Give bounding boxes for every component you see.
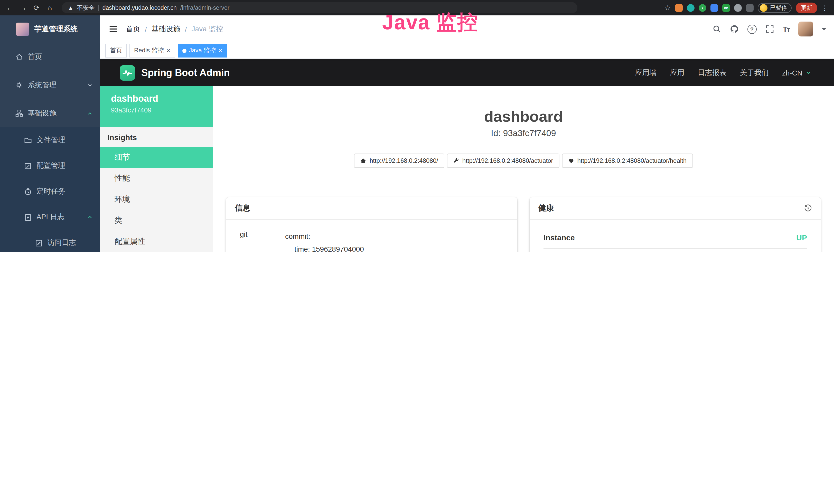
pulse-icon: [122, 67, 133, 78]
browser-update-button[interactable]: 更新: [796, 2, 817, 13]
document-edit-icon: [35, 239, 43, 247]
breadcrumb-separator: /: [185, 25, 187, 33]
security-warning-icon: ▲: [68, 5, 73, 11]
document-icon: [24, 213, 32, 221]
instance-header[interactable]: dashboard 93a3fc7f7409: [100, 86, 213, 127]
sba-navbar: Spring Boot Admin 应用墙 应用 日志报表 关于我们 zh-CN: [100, 59, 834, 86]
page-title: dashboard: [213, 107, 834, 126]
health-url-button[interactable]: http://192.168.0.2:48080/actuator/health: [562, 154, 693, 168]
git-label: git: [240, 230, 285, 252]
history-icon[interactable]: [804, 204, 812, 212]
chevron-down-icon: [805, 69, 812, 76]
screen: ← → ⟳ ⌂ ▲ 不安全 dashboard.yudao.iocoder.cn…: [0, 0, 834, 252]
actuator-url-button[interactable]: http://192.168.0.2:48080/actuator: [447, 154, 559, 168]
sidebar-item-access-logs[interactable]: 访问日志: [0, 230, 100, 252]
sidebar-item-config-mgmt[interactable]: 配置管理: [0, 153, 100, 179]
git-time-line: time: 1596289704000: [285, 243, 364, 252]
chevron-up-icon: [87, 110, 93, 116]
sba-nav-wallboard[interactable]: 应用墙: [635, 68, 657, 77]
extension-icon[interactable]: [687, 4, 695, 12]
extension-icon[interactable]: on: [722, 4, 730, 12]
header-actions: ? TT: [712, 22, 826, 37]
bookmark-star-icon[interactable]: ☆: [664, 4, 671, 12]
sba-item-classes[interactable]: 类: [100, 210, 213, 231]
help-icon[interactable]: ?: [747, 24, 756, 33]
browser-reload-icon[interactable]: ⟳: [31, 2, 42, 13]
app-title: 芋道管理系统: [35, 24, 78, 33]
browser-back-icon[interactable]: ←: [4, 2, 16, 13]
tab-home[interactable]: 首页: [105, 44, 127, 58]
breadcrumb-home[interactable]: 首页: [126, 24, 140, 33]
app-logo: [16, 22, 29, 36]
search-icon[interactable]: [712, 25, 721, 33]
app-sidebar: 芋道管理系统 首页 系统管理 基础设施: [0, 16, 100, 252]
browser-menu-icon[interactable]: ⋮: [821, 4, 829, 12]
instance-id: 93a3fc7f7409: [111, 106, 213, 114]
chevron-down-icon: [87, 82, 93, 88]
service-url-button[interactable]: http://192.168.0.2:48080/: [354, 154, 444, 168]
extension-icon[interactable]: Y: [699, 4, 706, 12]
avatar-caret-icon[interactable]: [822, 28, 826, 32]
sba-item-metrics[interactable]: 性能: [100, 168, 213, 189]
cards-grid: 信息 git commit: time: 1596289704000 id: 2…: [213, 197, 834, 252]
sidebar-item-home[interactable]: 首页: [0, 43, 100, 71]
home-icon: [16, 53, 23, 61]
insights-group-label: Insights: [100, 127, 213, 147]
sidebar-item-system-mgmt[interactable]: 系统管理: [0, 71, 100, 99]
sba-nav: 应用墙 应用 日志报表 关于我们 zh-CN: [635, 68, 812, 77]
sba-item-config-props[interactable]: 配置属性: [100, 231, 213, 252]
profile-avatar-emoji: [760, 4, 767, 12]
breadcrumb-current: Java 监控: [192, 24, 223, 33]
tags-bar: 首页 Redis 监控 × Java 监控 ×: [100, 43, 834, 59]
sba-nav-applications[interactable]: 应用: [670, 68, 684, 77]
active-tab-dot: [182, 48, 186, 53]
sidebar-item-api-logs[interactable]: API 日志: [0, 204, 100, 230]
sidebar-item-scheduled-jobs[interactable]: 定时任务: [0, 179, 100, 204]
sba-content: dashboard Id: 93a3fc7f7409 http://192.16…: [213, 86, 834, 252]
sba-brand-title[interactable]: Spring Boot Admin: [141, 67, 230, 78]
browser-forward-icon[interactable]: →: [18, 2, 29, 13]
tab-close-icon[interactable]: ×: [219, 47, 222, 54]
menu-item-label: 系统管理: [28, 81, 57, 90]
service-url-label: http://192.168.0.2:48080/: [370, 157, 438, 164]
sba-nav-about[interactable]: 关于我们: [740, 68, 769, 77]
health-card-title: 健康: [539, 203, 554, 213]
timer-icon: [24, 188, 32, 196]
git-commit-line: commit:: [285, 230, 364, 243]
status-badge: UP: [796, 233, 807, 242]
tab-close-icon[interactable]: ×: [167, 47, 170, 54]
health-card: 健康 Instance UP: [530, 197, 821, 252]
extension-icon[interactable]: [675, 4, 683, 12]
github-icon[interactable]: [730, 25, 739, 33]
git-row: git commit: time: 1596289704000 id: 27aa…: [240, 230, 503, 252]
sidebar-item-infrastructure[interactable]: 基础设施: [0, 99, 100, 127]
extension-icon[interactable]: [746, 4, 753, 12]
sba-nav-journal[interactable]: 日志报表: [698, 68, 727, 77]
tab-redis-monitor[interactable]: Redis 监控 ×: [129, 44, 175, 58]
address-bar[interactable]: ▲ 不安全 dashboard.yudao.iocoder.cn/infra/a…: [62, 2, 577, 13]
sba-locale-select[interactable]: zh-CN: [782, 69, 812, 77]
browser-home-icon[interactable]: ⌂: [44, 2, 56, 13]
font-size-icon[interactable]: TT: [783, 25, 790, 33]
user-avatar[interactable]: [798, 22, 813, 37]
infrastructure-submenu: 文件管理 配置管理 定时任务 API 日志: [0, 127, 100, 252]
menu-item-label: 文件管理: [37, 136, 65, 145]
sba-logo[interactable]: [120, 65, 135, 81]
tab-java-monitor[interactable]: Java 监控 ×: [177, 44, 227, 58]
extension-icon[interactable]: [734, 4, 742, 12]
menu-item-label: 访问日志: [47, 238, 76, 248]
wrench-icon: [453, 158, 459, 164]
sba-item-details[interactable]: 细节: [100, 147, 213, 168]
menu-item-label: 配置管理: [37, 161, 65, 170]
sidebar-menu: 首页 系统管理 基础设施 文件管理: [0, 43, 100, 252]
profile-paused-badge[interactable]: 已暂停: [758, 3, 792, 13]
menu-item-label: API 日志: [37, 212, 64, 222]
url-host: dashboard.yudao.iocoder.cn: [103, 5, 177, 11]
breadcrumb-infrastructure[interactable]: 基础设施: [152, 24, 180, 33]
spring-boot-admin: Spring Boot Admin 应用墙 应用 日志报表 关于我们 zh-CN: [100, 59, 834, 252]
sidebar-item-file-mgmt[interactable]: 文件管理: [0, 127, 100, 153]
extension-icon[interactable]: [710, 4, 718, 12]
fullscreen-icon[interactable]: [765, 25, 774, 33]
hamburger-icon[interactable]: [108, 24, 118, 34]
sba-item-environment[interactable]: 环境: [100, 189, 213, 210]
